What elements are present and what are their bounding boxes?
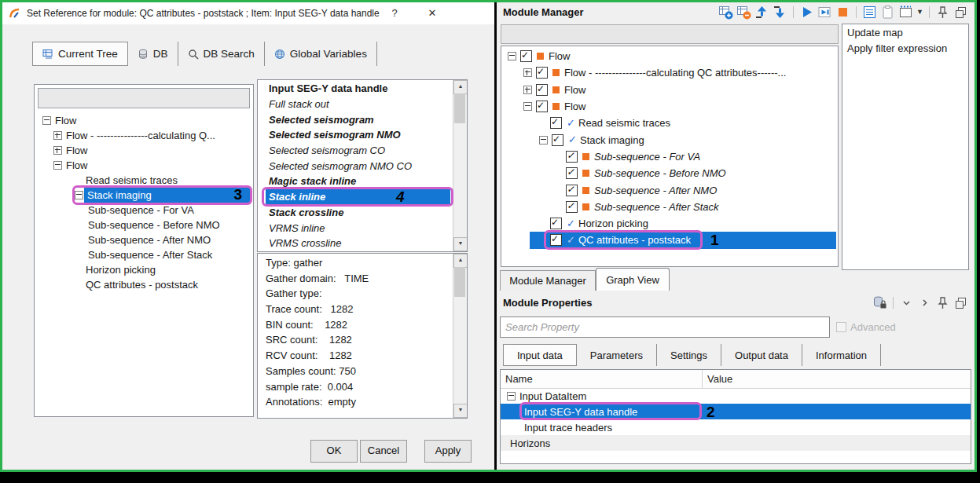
- run-flow-icon[interactable]: [817, 5, 832, 20]
- info-scrollbar[interactable]: ▲ ▼: [453, 254, 467, 418]
- checkbox-checked[interactable]: [566, 185, 578, 196]
- apply-button[interactable]: Apply: [424, 440, 472, 463]
- run-icon[interactable]: [799, 5, 814, 20]
- table-row[interactable]: Input DataItem: [501, 388, 971, 404]
- module-tree-row[interactable]: Read seismic traces: [501, 115, 838, 131]
- module-tree-row[interactable]: Sub-sequence - After NMO: [501, 181, 838, 198]
- list-item[interactable]: Selected seismogram: [258, 112, 453, 127]
- remove-module-icon[interactable]: [736, 5, 751, 20]
- list-item-stack-inline[interactable]: Stack inline 4: [258, 189, 453, 205]
- tab-db-search[interactable]: DB Search: [178, 42, 265, 66]
- scroll-up-icon[interactable]: ▲: [453, 254, 468, 268]
- add-module-icon[interactable]: [718, 5, 733, 20]
- pin-icon[interactable]: [935, 295, 950, 310]
- expand-icon[interactable]: [523, 68, 532, 77]
- tree-row[interactable]: QC attributes - poststack: [35, 277, 253, 292]
- float-icon[interactable]: [953, 5, 968, 20]
- scroll-thumb[interactable]: [454, 267, 465, 297]
- tree-row-stack-imaging[interactable]: Stack imaging 3: [35, 188, 253, 203]
- chevron-down-icon[interactable]: [899, 295, 914, 310]
- tree-row[interactable]: Sub-sequence - For VA: [35, 203, 253, 218]
- db-lock-icon[interactable]: [872, 295, 887, 310]
- move-down-icon[interactable]: [773, 5, 787, 20]
- tab-output-data[interactable]: Output data: [721, 344, 802, 366]
- tab-global-variables[interactable]: Global Variables: [265, 42, 377, 66]
- table-row[interactable]: Horizons: [501, 435, 971, 451]
- action-item[interactable]: Apply filter expression: [842, 41, 968, 56]
- collapse-icon[interactable]: [539, 136, 548, 145]
- scroll-thumb[interactable]: [454, 93, 465, 123]
- list-item[interactable]: Selected seismogram NMO: [258, 127, 453, 143]
- advanced-checkbox[interactable]: [836, 322, 846, 332]
- tab-module-manager[interactable]: Module Manager: [500, 270, 596, 291]
- collapse-icon[interactable]: [523, 102, 532, 111]
- tab-settings[interactable]: Settings: [657, 344, 721, 366]
- table-row-input-segy[interactable]: Input SEG-Y data handle 2: [501, 404, 971, 419]
- checkbox-checked[interactable]: [536, 84, 548, 96]
- close-button[interactable]: ✕: [424, 5, 441, 21]
- checkbox-checked[interactable]: [566, 151, 578, 163]
- new-window-icon[interactable]: [898, 5, 913, 20]
- list-item[interactable]: VRMS inline: [258, 220, 453, 236]
- checkbox-checked[interactable]: [566, 167, 578, 179]
- collapse-icon[interactable]: [53, 161, 62, 170]
- scroll-down-icon[interactable]: ▼: [453, 237, 468, 251]
- flow-log-icon[interactable]: [862, 5, 877, 20]
- collapse-icon[interactable]: [507, 392, 516, 401]
- collapse-icon[interactable]: [508, 52, 516, 60]
- module-tree-row[interactable]: Stack imaging: [501, 131, 838, 148]
- ok-button[interactable]: OK: [310, 440, 358, 463]
- list-item[interactable]: Selected seismogram CO: [258, 143, 453, 159]
- float-icon[interactable]: [953, 295, 968, 310]
- checkbox-checked[interactable]: [552, 134, 563, 146]
- module-tree-row[interactable]: Sub-sequence - After Stack: [501, 199, 838, 215]
- cancel-button[interactable]: Cancel: [360, 440, 407, 463]
- tree-row[interactable]: Flow: [35, 143, 253, 158]
- list-item[interactable]: Full stack out: [258, 97, 453, 112]
- move-up-icon[interactable]: [754, 5, 769, 20]
- module-tree-row[interactable]: Flow - ---------------calculating QC att…: [501, 64, 838, 81]
- column-name[interactable]: Name: [501, 370, 703, 388]
- expand-icon[interactable]: [523, 86, 532, 94]
- module-tree-row[interactable]: Sub-sequence - Before NMO: [501, 165, 838, 181]
- module-tree-row-qc-attributes[interactable]: QC attributes - poststack 1: [501, 232, 838, 248]
- table-row[interactable]: Input trace headers: [501, 419, 971, 435]
- tab-current-tree[interactable]: Current Tree: [32, 42, 128, 66]
- scroll-down-icon[interactable]: ▼: [453, 404, 468, 418]
- checkbox-checked[interactable]: [550, 117, 562, 129]
- expand-icon[interactable]: [53, 131, 62, 140]
- list-item[interactable]: Magic stack inline: [258, 174, 453, 189]
- list-scrollbar[interactable]: ▲ ▼: [453, 80, 467, 251]
- module-tree-row[interactable]: Sub-sequence - For VA: [501, 148, 838, 165]
- tree-row[interactable]: Flow: [35, 158, 253, 173]
- checkbox-checked[interactable]: [536, 101, 548, 112]
- chevron-right-icon[interactable]: [917, 295, 932, 310]
- tree-row[interactable]: Read seismic traces: [35, 173, 253, 188]
- dropdown-caret-icon[interactable]: ▼: [916, 5, 923, 20]
- module-tree-row[interactable]: Flow: [501, 98, 838, 115]
- tab-information[interactable]: Information: [802, 344, 881, 366]
- column-value[interactable]: Value: [703, 370, 971, 388]
- tree-row[interactable]: Sub-sequence - After Stack: [35, 247, 253, 262]
- tree-row[interactable]: Horizon picking: [35, 262, 253, 277]
- clipboard-icon[interactable]: [880, 5, 895, 20]
- module-tree-row[interactable]: Flow: [501, 48, 838, 64]
- tab-db[interactable]: DB: [128, 42, 178, 66]
- expand-icon[interactable]: [53, 146, 62, 155]
- checkbox-checked[interactable]: [550, 234, 562, 246]
- search-property-input[interactable]: [501, 317, 829, 337]
- module-tree-row[interactable]: Horizon picking: [501, 215, 838, 232]
- stop-icon[interactable]: [835, 5, 850, 20]
- tree-filter-bar[interactable]: [38, 88, 250, 108]
- list-item[interactable]: Input SEG-Y data handle: [258, 81, 453, 97]
- tree-row[interactable]: Flow: [35, 113, 253, 128]
- list-item[interactable]: Stack crossline: [258, 205, 453, 221]
- tree-row[interactable]: Sub-sequence - Before NMO: [35, 218, 253, 232]
- list-item[interactable]: Selected seismogram NMO CO: [258, 158, 453, 174]
- action-item[interactable]: Update map: [842, 25, 968, 40]
- module-tree-row[interactable]: Flow: [501, 82, 838, 98]
- tab-input-data[interactable]: Input data: [503, 344, 577, 366]
- pin-icon[interactable]: [935, 5, 950, 20]
- scroll-up-icon[interactable]: ▲: [453, 80, 468, 94]
- tree-row[interactable]: Sub-sequence - After NMO: [35, 232, 253, 247]
